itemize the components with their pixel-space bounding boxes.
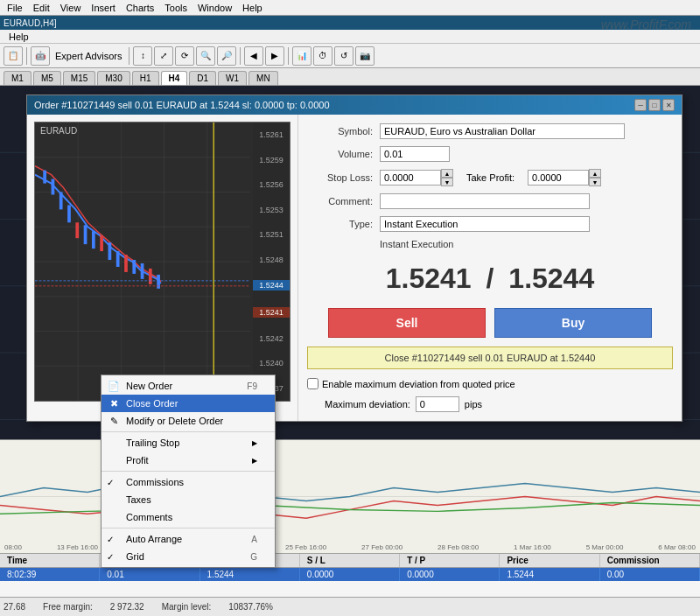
menu-insert[interactable]: Insert bbox=[86, 2, 121, 14]
help-bar: Help bbox=[0, 30, 700, 44]
expert-advisors-label: Expert Advisors bbox=[55, 51, 122, 61]
take-profit-input-wrapper: ▲ ▼ bbox=[528, 169, 601, 186]
ctx-auto-arrange[interactable]: ✓ Auto Arrange A bbox=[102, 530, 275, 548]
toolbar-btn4[interactable]: ◀ bbox=[244, 46, 263, 66]
ctx-commissions[interactable]: ✓ Commissions bbox=[102, 473, 275, 491]
price-tick-9: 1.5240 bbox=[259, 359, 284, 368]
tab-h4[interactable]: H4 bbox=[161, 71, 188, 85]
cell-commission: 0.00 bbox=[600, 568, 700, 581]
ctx-comments[interactable]: Comments bbox=[102, 508, 275, 526]
deviation-select-wrapper: 0 bbox=[416, 396, 459, 412]
menu-tools[interactable]: Tools bbox=[159, 2, 192, 14]
free-margin-label: Free margin: bbox=[43, 602, 93, 612]
enable-deviation-checkbox[interactable] bbox=[307, 378, 318, 389]
menu-bar: File Edit View Insert Charts Tools Windo… bbox=[0, 0, 700, 16]
balance-value: 27.68 bbox=[4, 602, 25, 612]
ctx-trailing-stop-label: Trailing Stop bbox=[126, 438, 179, 448]
table-data-row: 8:02:39 0.01 1.5244 0.0000 0.0000 1.5244… bbox=[0, 568, 700, 581]
toolbar-zoom-out[interactable]: 🔎 bbox=[217, 46, 236, 66]
col-time: Time bbox=[0, 554, 100, 567]
toolbar-zoom-in[interactable]: 🔍 bbox=[196, 46, 215, 66]
buy-button[interactable]: Buy bbox=[494, 308, 652, 338]
ctx-modify-order[interactable]: ✎ Modify or Delete Order bbox=[102, 412, 275, 430]
watermark: www.ProfitF.com bbox=[601, 18, 691, 32]
toolbar-btn8[interactable]: ↺ bbox=[334, 46, 354, 66]
margin-level-label: Margin level: bbox=[162, 602, 212, 612]
help-menu-item[interactable]: Help bbox=[4, 31, 34, 43]
col-commission: Commission bbox=[600, 554, 700, 567]
svg-rect-25 bbox=[100, 235, 103, 251]
price-tick-1: 1.5261 bbox=[259, 130, 284, 139]
menu-charts[interactable]: Charts bbox=[121, 2, 159, 14]
toolbar-btn3[interactable]: ⟳ bbox=[175, 46, 194, 66]
stop-loss-up[interactable]: ▲ bbox=[441, 169, 453, 178]
ctx-profit-label: Profit bbox=[126, 455, 149, 466]
tab-m1[interactable]: M1 bbox=[4, 71, 32, 85]
price-tick-8: 1.5242 bbox=[259, 334, 284, 343]
stop-loss-input-wrapper: ▲ ▼ bbox=[380, 169, 453, 186]
type-select[interactable]: Instant Execution bbox=[380, 216, 590, 232]
tab-d1[interactable]: D1 bbox=[189, 71, 216, 85]
menu-file[interactable]: File bbox=[2, 2, 28, 14]
ctx-trailing-stop[interactable]: Trailing Stop ▶ bbox=[102, 434, 275, 452]
take-profit-input[interactable] bbox=[528, 170, 589, 186]
tab-m5[interactable]: M5 bbox=[33, 71, 61, 85]
svg-rect-18 bbox=[43, 171, 46, 184]
ctx-profit-arrow: ▶ bbox=[252, 457, 257, 465]
tab-mn[interactable]: MN bbox=[248, 71, 278, 85]
tab-w1[interactable]: W1 bbox=[218, 71, 247, 85]
dialog-maximize-btn[interactable]: □ bbox=[648, 99, 661, 111]
comment-input[interactable] bbox=[380, 193, 590, 209]
menu-view[interactable]: View bbox=[55, 2, 87, 14]
ctx-taxes[interactable]: Taxes bbox=[102, 491, 275, 508]
toolbar-btn6[interactable]: 📊 bbox=[292, 46, 312, 66]
tab-m15[interactable]: M15 bbox=[63, 71, 95, 85]
dialog-title-buttons: ─ □ ✕ bbox=[634, 99, 675, 111]
margin-level-value: 10837.76% bbox=[228, 602, 273, 612]
deviation-select[interactable]: 0 bbox=[416, 396, 459, 412]
close-order-button[interactable]: Close #110271449 sell 0.01 EURAUD at 1.5… bbox=[307, 346, 673, 369]
close-order-icon: ✖ bbox=[107, 396, 121, 410]
stop-loss-down[interactable]: ▼ bbox=[441, 178, 453, 186]
ctx-grid[interactable]: ✓ Grid G bbox=[102, 548, 275, 565]
toolbar-btn7[interactable]: ⏱ bbox=[313, 46, 332, 66]
trade-buttons: Sell Buy bbox=[307, 308, 673, 338]
dialog-close-btn[interactable]: ✕ bbox=[662, 99, 675, 111]
volume-select[interactable]: 0.01 bbox=[380, 146, 450, 162]
ctx-trailing-stop-arrow: ▶ bbox=[252, 439, 257, 447]
take-profit-down[interactable]: ▼ bbox=[589, 178, 601, 186]
ctx-comments-label: Comments bbox=[126, 512, 172, 522]
ctx-profit[interactable]: Profit ▶ bbox=[102, 452, 275, 469]
toolbar-sep3 bbox=[240, 47, 241, 65]
toolbar-btn9[interactable]: 📷 bbox=[355, 46, 374, 66]
tab-m30[interactable]: M30 bbox=[97, 71, 130, 85]
menu-edit[interactable]: Edit bbox=[28, 2, 55, 14]
sell-button[interactable]: Sell bbox=[328, 308, 486, 338]
execution-type-label: Instant Execution bbox=[380, 239, 673, 249]
menu-window[interactable]: Window bbox=[192, 2, 237, 14]
svg-rect-24 bbox=[92, 231, 95, 248]
svg-rect-29 bbox=[132, 260, 136, 274]
ctx-grid-check: ✓ bbox=[107, 552, 114, 562]
stop-loss-input[interactable] bbox=[380, 170, 441, 186]
time-label-5: 25 Feb 16:00 bbox=[285, 543, 326, 551]
toolbar-sep2 bbox=[129, 47, 130, 65]
cell-price2: 1.5244 bbox=[500, 568, 599, 581]
tab-h1[interactable]: H1 bbox=[132, 71, 159, 85]
toolbar-btn5[interactable]: ▶ bbox=[265, 46, 284, 66]
free-margin-value: 2 972.32 bbox=[110, 602, 144, 612]
toolbar-btn2[interactable]: ⤢ bbox=[154, 46, 173, 66]
order-form-panel: Symbol: EURAUD, Euro vs Australian Dolla… bbox=[298, 115, 682, 421]
svg-rect-21 bbox=[67, 205, 71, 222]
dialog-minimize-btn[interactable]: ─ bbox=[634, 99, 647, 111]
toolbar-btn1[interactable]: ↕ bbox=[133, 46, 152, 66]
expert-advisors-icon[interactable]: 🤖 bbox=[31, 46, 50, 66]
ctx-close-order[interactable]: ✖ Close Order bbox=[102, 395, 275, 412]
ctx-new-order[interactable]: 📄 New Order F9 bbox=[102, 377, 275, 395]
symbol-select[interactable]: EURAUD, Euro vs Australian Dollar bbox=[380, 123, 625, 139]
timeframe-tabs: M1 M5 M15 M30 H1 H4 D1 W1 MN bbox=[0, 68, 700, 86]
take-profit-up[interactable]: ▲ bbox=[589, 169, 601, 178]
ctx-sep3 bbox=[102, 528, 275, 528]
menu-help[interactable]: Help bbox=[237, 2, 268, 14]
toolbar-orders-btn[interactable]: 📋 bbox=[4, 46, 23, 66]
